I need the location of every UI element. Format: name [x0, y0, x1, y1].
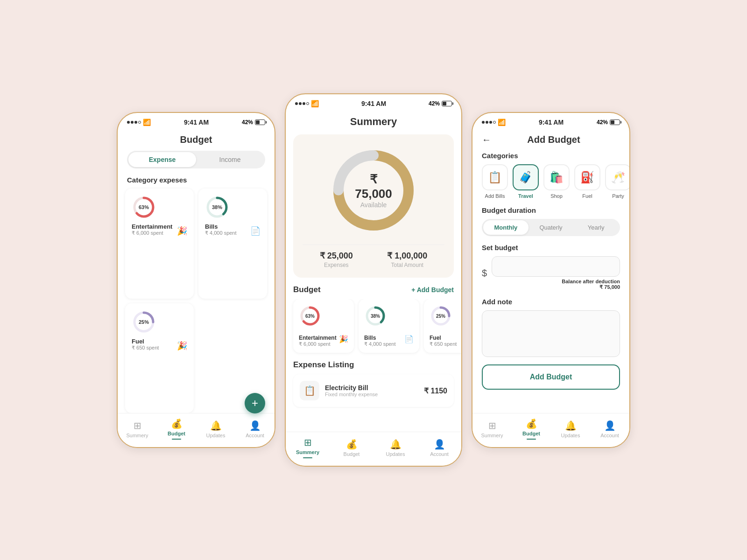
right-wifi-icon: 📶 [498, 119, 506, 126]
nav-summery-right[interactable]: ⊞ Summery [478, 420, 506, 438]
budget-card-fuel[interactable]: 25% Fuel ₹ 650 spent [424, 299, 461, 353]
expense-type: Fixed monthly expense [325, 392, 378, 397]
left-bottom-nav: ⊞ Summery 💰 Budget 🔔 Updates 👤 Account [118, 413, 275, 447]
nav-updates-left[interactable]: 🔔 Updates [202, 420, 230, 438]
budget-card-bills[interactable]: 38% Bills ₹ 4,000 spent 📄 [359, 299, 419, 353]
nav-budget-right[interactable]: 💰 Budget [517, 418, 545, 440]
svg-text:63%: 63% [139, 204, 149, 210]
budget-card-entertainment[interactable]: 63% Entertainment ₹ 6,000 spent 🎉 [293, 299, 354, 353]
cat-add-bills[interactable]: 📋 Add Bills [482, 164, 508, 199]
right-time: 9:41 AM [539, 119, 564, 126]
nav-summery-left[interactable]: ⊞ Summery [123, 420, 151, 438]
right-summery-icon: ⊞ [488, 420, 496, 431]
travel-box: 🧳 [513, 164, 539, 190]
note-textarea[interactable] [482, 310, 620, 357]
add-budget-header: ← Add Budget [472, 130, 629, 152]
total-label: Total Amount [387, 262, 427, 268]
budget-input-wrap: Balance after deduction ₹ 75,000 [492, 256, 620, 290]
sm-cat-entertainment: Entertainment [299, 335, 337, 341]
left-status-bar: 📶 9:41 AM 42% [118, 113, 275, 130]
nav-updates-right[interactable]: 🔔 Updates [557, 420, 585, 438]
nav-account-center[interactable]: 👤 Account [425, 439, 453, 457]
phones-container: 📶 9:41 AM 42% Budget Expense Income Cate… [117, 93, 630, 467]
svg-text:63%: 63% [305, 314, 315, 319]
nav-budget-center[interactable]: 💰 Budget [338, 439, 366, 457]
currency-symbol: $ [482, 268, 487, 279]
left-screen: Budget Expense Income Category expeses 6… [118, 130, 275, 413]
right-page-title: Add Budget [497, 134, 611, 145]
cat-travel[interactable]: 🧳 Travel [513, 164, 539, 199]
updates-nav-icon: 🔔 [210, 420, 222, 431]
center-battery-pct: 42% [429, 100, 440, 107]
cat-shop[interactable]: 🛍️ Shop [543, 164, 570, 199]
add-budget-link[interactable]: + Add Budget [411, 286, 454, 294]
center-screen: Summery ₹ 75,000 Available [286, 111, 461, 432]
budget-amount-input[interactable] [492, 256, 620, 277]
expense-label: Expenses [320, 262, 353, 268]
party-label: Party [612, 193, 624, 199]
nav-label-budget-left: Budget [168, 431, 185, 436]
budget-input-row: $ Balance after deduction ₹ 75,000 [472, 256, 629, 298]
add-fab-button[interactable]: + [245, 393, 265, 413]
back-button[interactable]: ← [482, 134, 491, 145]
fuel-box: ⛽ [574, 164, 600, 190]
right-status-bar: 📶 9:41 AM 42% [472, 113, 629, 130]
balance-hint: Balance after deduction ₹ 75,000 [492, 279, 620, 290]
expense-income-toggle[interactable]: Expense Income [127, 151, 265, 168]
nav-account-right[interactable]: 👤 Account [596, 420, 624, 438]
left-time: 9:41 AM [184, 119, 209, 126]
category-card-fuel[interactable]: 25% Fuel ₹ 650 spent 🎉 [125, 303, 194, 413]
cat-spent-bills: ₹ 4,000 spent [205, 230, 237, 236]
shop-label: Shop [550, 193, 563, 199]
center-updates-icon: 🔔 [390, 439, 402, 450]
cat-party[interactable]: 🥂 Party [605, 164, 629, 199]
center-summery-icon: ⊞ [304, 437, 312, 448]
income-tab[interactable]: Income [196, 152, 264, 167]
category-card-entertainment[interactable]: 63% Entertainment ₹ 6,000 spent 🎉 [125, 189, 194, 299]
fuel-icon: 🎉 [177, 341, 187, 351]
monthly-btn[interactable]: Monthly [483, 220, 529, 235]
center-bottom-nav: ⊞ Summery 💰 Budget 🔔 Updates 👤 Account [286, 432, 461, 466]
yearly-btn[interactable]: Yearly [573, 220, 619, 235]
cat-spent-fuel: ₹ 650 spent [132, 345, 159, 351]
donut-label: Available [350, 201, 397, 209]
nav-label-updates-left: Updates [206, 433, 226, 438]
nav-summery-center[interactable]: ⊞ Summery [294, 437, 322, 458]
svg-text:38%: 38% [371, 314, 380, 319]
categories-label: Categories [472, 152, 629, 164]
sm-spent-entertainment: ₹ 6,000 spent [299, 341, 337, 347]
nav-label-budget-right: Budget [522, 431, 540, 436]
nav-account-left[interactable]: 👤 Account [241, 420, 269, 438]
nav-budget-left[interactable]: 💰 Budget [162, 418, 190, 440]
sm-bills-icon: 📄 [404, 335, 414, 343]
quarterly-btn[interactable]: Quaterly [529, 220, 574, 235]
right-bottom-nav: ⊞ Summery 💰 Budget 🔔 Updates 👤 Account [472, 413, 629, 447]
stats-row: ₹ 25,000 Expenses ₹ 1,00,000 Total Amoun… [303, 245, 444, 268]
expense-item-electricity[interactable]: 📋 Electricity Bill Fixed monthly expense… [293, 374, 454, 407]
right-phone: 📶 9:41 AM 42% ← Add Budget Categories 📋 … [472, 112, 630, 448]
svg-text:38%: 38% [212, 204, 222, 210]
cat-fuel-right[interactable]: ⛽ Fuel [574, 164, 600, 199]
expense-listing-title: Expense Listing [286, 360, 461, 374]
nav-label-summery-left: Summery [126, 433, 148, 438]
duration-toggle[interactable]: Monthly Quaterly Yearly [482, 219, 620, 236]
balance-after-label: Balance after deduction [562, 279, 620, 284]
cat-name-entertainment: Entertainment [132, 223, 172, 230]
nav-label-updates-right: Updates [561, 433, 580, 438]
category-section-title: Category expeses [118, 176, 275, 189]
donut-section: ₹ 75,000 Available ₹ 25,000 Expenses ₹ 1… [293, 134, 454, 278]
add-bills-label: Add Bills [485, 193, 505, 199]
svg-text:25%: 25% [139, 319, 149, 325]
nav-label-account-left: Account [246, 433, 264, 438]
expense-amount-electricity: ₹ 1150 [424, 386, 447, 395]
nav-updates-center[interactable]: 🔔 Updates [381, 439, 409, 457]
nav-label-account-center: Account [430, 451, 449, 457]
fuel-label-right: Fuel [582, 193, 592, 199]
expense-tab[interactable]: Expense [128, 152, 196, 167]
category-card-bills[interactable]: 38% Bills ₹ 4,000 spent 📄 [198, 189, 267, 299]
nav-label-updates-center: Updates [386, 451, 405, 457]
sm-spent-bills: ₹ 4,000 spent [364, 341, 396, 347]
duration-label: Budget duration [472, 206, 629, 219]
nav-label-summery-right: Summery [481, 433, 503, 438]
add-budget-cta-button[interactable]: Add Budget [482, 364, 620, 390]
